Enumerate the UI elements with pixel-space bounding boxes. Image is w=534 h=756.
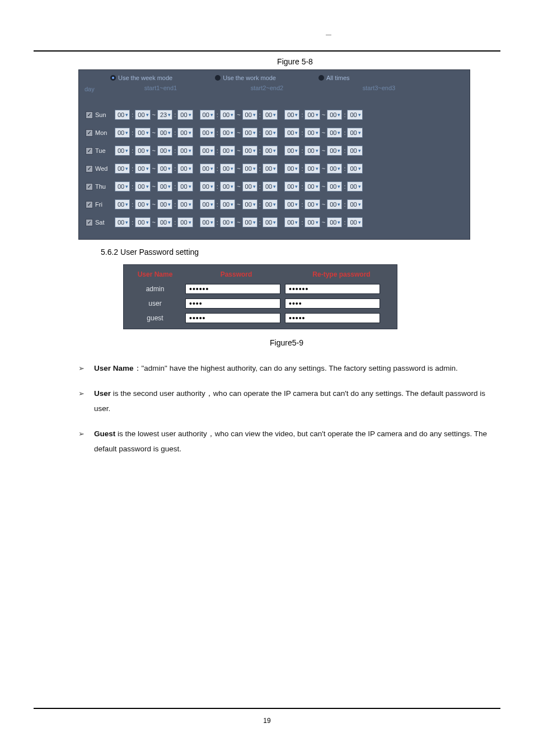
time-select[interactable]: 00▾	[200, 110, 215, 120]
time-select[interactable]: 00▾	[284, 146, 299, 156]
time-select[interactable]: 00▾	[177, 128, 193, 138]
time-select[interactable]: 00▾	[200, 146, 215, 156]
time-select[interactable]: 00▾	[347, 217, 362, 227]
time-select[interactable]: 00▾	[263, 164, 278, 174]
day-checkbox-sun[interactable]: Sun	[86, 111, 115, 119]
password-field[interactable]: •••••	[185, 313, 280, 323]
time-select[interactable]: 00▾	[263, 146, 278, 156]
time-select[interactable]: 00▾	[327, 110, 342, 120]
time-select[interactable]: 00▾	[347, 110, 362, 120]
time-select[interactable]: 00▾	[115, 110, 130, 120]
time-select[interactable]: 00▾	[305, 217, 320, 227]
time-select[interactable]: 00▾	[242, 217, 257, 227]
day-checkbox-sat[interactable]: Sat	[86, 219, 115, 226]
time-select[interactable]: 00▾	[135, 110, 150, 120]
time-select[interactable]: 00▾	[327, 199, 342, 209]
time-select[interactable]: 00▾	[200, 217, 215, 227]
time-select[interactable]: 00▾	[115, 146, 130, 156]
time-select[interactable]: 00▾	[263, 181, 278, 192]
retype-password-field[interactable]: ••••	[285, 298, 380, 309]
time-select[interactable]: 00▾	[284, 110, 299, 120]
time-select[interactable]: 00▾	[220, 110, 235, 120]
time-select[interactable]: 00▾	[347, 164, 362, 174]
time-select[interactable]: 00▾	[157, 146, 172, 156]
time-select[interactable]: 00▾	[242, 110, 257, 120]
time-select[interactable]: 00▾	[242, 146, 257, 156]
time-select[interactable]: 00▾	[115, 199, 130, 209]
time-select[interactable]: 00▾	[115, 128, 130, 138]
time-select[interactable]: 00▾	[135, 128, 150, 138]
time-select[interactable]: 00▾	[177, 110, 193, 120]
time-select[interactable]: 00▾	[305, 146, 320, 156]
time-select[interactable]: 00▾	[177, 217, 193, 227]
time-select[interactable]: 00▾	[220, 128, 235, 138]
day-checkbox-tue[interactable]: Tue	[86, 147, 115, 155]
retype-password-field[interactable]: ••••••	[285, 284, 380, 294]
time-select[interactable]: 00▾	[177, 146, 193, 156]
time-select[interactable]: 23▾	[157, 110, 172, 120]
time-select[interactable]: 00▾	[242, 199, 257, 209]
time-select[interactable]: 00▾	[157, 199, 172, 209]
time-select[interactable]: 00▾	[284, 181, 299, 192]
time-select[interactable]: 00▾	[200, 199, 215, 209]
mode-all[interactable]: All times	[318, 74, 350, 81]
time-select[interactable]: 00▾	[177, 164, 193, 174]
time-select[interactable]: 00▾	[327, 164, 342, 174]
time-select[interactable]: 00▾	[135, 217, 150, 227]
time-select[interactable]: 00▾	[284, 217, 299, 227]
time-select[interactable]: 00▾	[347, 146, 362, 156]
time-select[interactable]: 00▾	[284, 164, 299, 174]
time-select[interactable]: 00▾	[115, 164, 130, 174]
time-select[interactable]: 00▾	[135, 146, 150, 156]
time-select[interactable]: 00▾	[220, 181, 235, 192]
time-select[interactable]: 00▾	[263, 217, 278, 227]
time-select[interactable]: 00▾	[263, 128, 278, 138]
time-select[interactable]: 00▾	[263, 199, 278, 209]
time-select[interactable]: 00▾	[200, 181, 215, 192]
password-field[interactable]: ••••	[185, 298, 280, 309]
time-select[interactable]: 00▾	[157, 217, 172, 227]
time-select[interactable]: 00▾	[220, 199, 235, 209]
time-select[interactable]: 00▾	[284, 199, 299, 209]
time-select[interactable]: 00▾	[327, 181, 342, 192]
time-select[interactable]: 00▾	[157, 164, 172, 174]
time-select[interactable]: 00▾	[220, 217, 235, 227]
mode-work[interactable]: Use the work mode	[215, 74, 276, 81]
time-select[interactable]: 00▾	[305, 181, 320, 192]
time-select[interactable]: 00▾	[157, 128, 172, 138]
day-checkbox-thu[interactable]: Thu	[86, 183, 115, 190]
time-select[interactable]: 00▾	[305, 128, 320, 138]
time-select[interactable]: 00▾	[115, 181, 130, 192]
time-select[interactable]: 00▾	[135, 181, 150, 192]
time-select[interactable]: 00▾	[327, 217, 342, 227]
time-select[interactable]: 00▾	[242, 181, 257, 192]
time-select[interactable]: 00▾	[135, 199, 150, 209]
time-select[interactable]: 00▾	[305, 164, 320, 174]
time-select[interactable]: 00▾	[305, 110, 320, 120]
time-select[interactable]: 00▾	[327, 146, 342, 156]
time-select[interactable]: 00▾	[347, 199, 362, 209]
time-select[interactable]: 00▾	[263, 110, 278, 120]
time-select[interactable]: 00▾	[242, 128, 257, 138]
mode-week[interactable]: Use the week mode	[110, 74, 172, 81]
time-select[interactable]: 00▾	[242, 164, 257, 174]
retype-password-field[interactable]: •••••	[285, 313, 380, 323]
time-select[interactable]: 00▾	[135, 164, 150, 174]
time-select[interactable]: 00▾	[200, 164, 215, 174]
day-checkbox-fri[interactable]: Fri	[86, 201, 115, 208]
time-select[interactable]: 00▾	[220, 164, 235, 174]
time-select[interactable]: 00▾	[220, 146, 235, 156]
time-select[interactable]: 00▾	[177, 199, 193, 209]
time-select[interactable]: 00▾	[327, 128, 342, 138]
time-select[interactable]: 00▾	[347, 181, 362, 192]
day-checkbox-wed[interactable]: Wed	[86, 165, 115, 172]
time-select[interactable]: 00▾	[305, 199, 320, 209]
time-select[interactable]: 00▾	[115, 217, 130, 227]
time-select[interactable]: 00▾	[284, 128, 299, 138]
time-select[interactable]: 00▾	[177, 181, 193, 192]
time-select[interactable]: 00▾	[157, 181, 172, 192]
time-select[interactable]: 00▾	[347, 128, 362, 138]
password-field[interactable]: ••••••	[185, 284, 280, 294]
day-checkbox-mon[interactable]: Mon	[86, 129, 115, 137]
time-select[interactable]: 00▾	[200, 128, 215, 138]
